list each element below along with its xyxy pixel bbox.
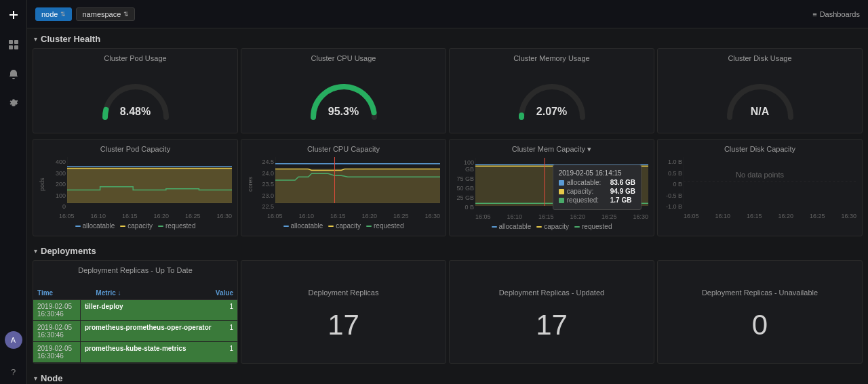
top-bar: node ⇅ namespace ⇅ ≡ Dashboards xyxy=(27,0,868,28)
deployment-table-title: Deployment Replicas - Up To Date xyxy=(33,261,237,280)
gauge-row: Cluster Pod Usage 8.48% Cluster CPU Usag… xyxy=(27,47,868,135)
pod-legend-allocatable: allocatable xyxy=(75,222,115,230)
disk-y-axis: 1.0 B0.5 B0 B-0.5 B-1.0 B xyxy=(663,157,684,211)
capacity-dot xyxy=(120,226,125,227)
tooltip-timestamp: 2019-02-05 16:14:15 xyxy=(559,169,635,177)
plus-icon[interactable] xyxy=(4,5,23,24)
disk-x-axis: 16:0516:1016:1516:2016:2516:30 xyxy=(663,211,856,219)
deployment-unavailable-value: 0 xyxy=(752,309,768,341)
disk-usage-value: N/A xyxy=(751,106,770,118)
memory-usage-value: 2.07% xyxy=(536,106,567,118)
disk-usage-card: Cluster Disk Usage N/A xyxy=(657,48,863,133)
row2-time: 2019-02-0516:30:46 xyxy=(33,321,81,341)
top-bar-filters: node ⇅ namespace ⇅ xyxy=(35,7,135,21)
gear-icon[interactable] xyxy=(4,95,23,114)
node-filter-btn[interactable]: node ⇅ xyxy=(35,7,72,21)
cpu-y-axis: 24.524.023.523.022.5 xyxy=(255,157,275,211)
table-row: 2019-02-0516:30:46 tiller-deploy 1 xyxy=(33,300,237,321)
pod-capacity-chart xyxy=(67,157,232,203)
capacity-charts-row: Cluster Pod Capacity pods 4003002001000 xyxy=(27,137,868,238)
deployments-header[interactable]: ▾ Deployments xyxy=(27,240,868,259)
row3-time: 2019-02-0516:30:46 xyxy=(33,342,81,362)
pod-usage-card: Cluster Pod Usage 8.48% xyxy=(33,48,238,133)
namespace-arrow: ⇅ xyxy=(123,11,129,18)
cpu-x-axis: 16:0516:1016:1516:2016:2516:30 xyxy=(247,211,440,219)
deployment-cards-row: Deployment Replicas - Up To Date Time Me… xyxy=(27,259,868,365)
pod-usage-title: Cluster Pod Usage xyxy=(39,54,232,62)
cpu-legend-requested: requested xyxy=(366,222,403,230)
svg-marker-9 xyxy=(275,169,440,203)
cluster-health-title: Cluster Health xyxy=(41,34,100,44)
row1-value: 1 xyxy=(224,300,237,320)
cpu-usage-card: Cluster CPU Usage 95.3% xyxy=(241,48,446,133)
bell-icon[interactable] xyxy=(4,65,23,84)
dashboards-button[interactable]: ≡ Dashboards xyxy=(812,10,860,18)
deployment-replicas-card: Deployment Replicas 17 xyxy=(241,260,446,364)
row2-value: 1 xyxy=(224,321,237,341)
cpu-legend-allocatable: allocatable xyxy=(283,222,323,230)
cpu-gauge-wrapper: 95.3% xyxy=(307,73,381,121)
pod-usage-gauge: 8.48% xyxy=(39,66,232,127)
question-icon[interactable]: ? xyxy=(4,362,23,381)
cluster-health-header[interactable]: ▾ Cluster Health xyxy=(27,28,868,47)
tooltip-alloc-color xyxy=(559,180,564,186)
tooltip-cap-color xyxy=(559,189,564,194)
dashboards-label: Dashboards xyxy=(820,10,860,18)
tooltip-allocatable: allocatable: 83.6 GB xyxy=(559,179,635,186)
pod-usage-value: 8.48% xyxy=(120,106,151,118)
dashboards-icon: ≡ xyxy=(812,10,816,18)
node-arrow: ⇅ xyxy=(60,11,66,18)
pod-x-axis: 16:0516:1016:1516:2016:2516:30 xyxy=(39,211,232,219)
deployment-updated-value: 17 xyxy=(536,309,568,341)
deployment-table-card: Deployment Replicas - Up To Date Time Me… xyxy=(33,260,238,364)
mem-capacity-tooltip: 2019-02-05 16:14:15 allocatable: 83.6 GB… xyxy=(553,165,642,210)
deployment-updated-card: Deployment Replicas - Updated 17 xyxy=(449,260,654,364)
pod-capacity-title: Cluster Pod Capacity xyxy=(39,145,232,153)
node-header[interactable]: ▾ Node xyxy=(27,368,868,384)
mem-legend: allocatable capacity requested xyxy=(455,223,648,230)
th-metric[interactable]: Metric ↓ xyxy=(96,289,213,297)
grid-icon[interactable] xyxy=(4,35,23,54)
mem-capacity-card: Cluster Mem Capacity ▾ 100 GB75 GB50 GB2… xyxy=(449,139,654,236)
node-title: Node xyxy=(41,373,63,383)
disk-usage-gauge: N/A xyxy=(663,66,856,127)
mem-legend-capacity: capacity xyxy=(536,223,569,230)
deployment-replicas-title: Deployment Replicas xyxy=(303,283,384,302)
cpu-capacity-chart xyxy=(275,157,440,203)
disk-capacity-card: Cluster Disk Capacity 1.0 B0.5 B0 B-0.5 … xyxy=(657,139,863,236)
tooltip-requested: requested: 1.7 GB xyxy=(559,196,635,204)
deployment-unavailable-title: Deployment Replicas - Unavailable xyxy=(696,283,823,302)
deployment-unavailable-card: Deployment Replicas - Unavailable 0 xyxy=(657,260,863,364)
svg-rect-0 xyxy=(9,40,13,44)
mem-capacity-title: Cluster Mem Capacity ▾ xyxy=(455,145,648,154)
svg-rect-3 xyxy=(14,45,18,49)
th-time[interactable]: Time xyxy=(37,289,96,297)
cpu-usage-value: 95.3% xyxy=(328,106,359,118)
svg-marker-6 xyxy=(67,169,232,204)
node-label: node xyxy=(41,10,58,18)
tooltip-req-color xyxy=(559,198,564,203)
sidebar: A ? xyxy=(0,0,27,384)
cpu-legend: allocatable capacity requested xyxy=(247,222,440,230)
main-content: node ⇅ namespace ⇅ ≡ Dashboards ▾ Cluste… xyxy=(27,0,868,384)
cpu-req-dot xyxy=(366,226,372,227)
row1-metric: tiller-deploy xyxy=(81,300,224,320)
table-row: 2019-02-0516:30:46 prometheus-prometheus… xyxy=(33,321,237,342)
tooltip-capacity: capacity: 94.9 GB xyxy=(559,188,635,195)
cpu-capacity-title: Cluster CPU Capacity xyxy=(247,145,440,153)
allocatable-dot xyxy=(75,226,81,227)
table-header: Time Metric ↓ Value xyxy=(33,286,237,300)
pod-legend-requested: requested xyxy=(158,222,195,230)
deployment-updated-title: Deployment Replicas - Updated xyxy=(494,283,610,302)
user-avatar[interactable]: A xyxy=(5,331,22,349)
deployment-replicas-value: 17 xyxy=(328,309,359,341)
cpu-y-axis-label: cores xyxy=(247,157,255,211)
pod-gauge-wrapper: 8.48% xyxy=(98,73,173,121)
deployments-chevron: ▾ xyxy=(34,247,37,255)
memory-gauge-wrapper: 2.07% xyxy=(515,73,589,121)
row3-metric: prometheus-kube-state-metrics xyxy=(81,342,224,362)
cpu-cap-dot xyxy=(328,226,334,227)
namespace-filter-btn[interactable]: namespace ⇅ xyxy=(76,7,135,21)
deployments-title: Deployments xyxy=(41,246,96,256)
th-value[interactable]: Value xyxy=(213,289,233,297)
